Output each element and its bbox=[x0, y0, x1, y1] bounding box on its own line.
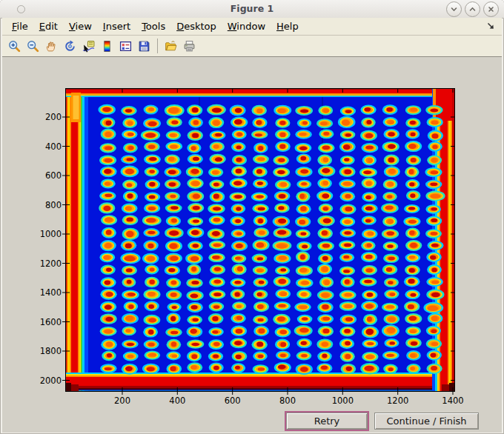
rotate-3d-button[interactable] bbox=[61, 36, 79, 56]
insert-legend-icon bbox=[119, 40, 132, 53]
colorbar-button[interactable] bbox=[98, 36, 116, 56]
x-tick-label: 600 bbox=[207, 395, 259, 406]
x-tick-label: 1400 bbox=[427, 395, 479, 406]
menu-edit[interactable]: Edit bbox=[38, 20, 59, 33]
x-tick-label: 800 bbox=[262, 395, 314, 406]
y-tick-label: 1600 bbox=[10, 317, 62, 327]
zoom-in-button[interactable] bbox=[5, 36, 24, 56]
menu-help[interactable]: Help bbox=[275, 20, 300, 33]
x-tick-label: 200 bbox=[96, 395, 148, 406]
heatmap-image bbox=[65, 88, 455, 392]
y-tick-label: 1200 bbox=[10, 258, 62, 269]
menu-bar: FileEditViewInsertToolsDesktopWindowHelp bbox=[2, 18, 502, 36]
y-tick-label: 1800 bbox=[10, 346, 62, 356]
data-cursor-button[interactable] bbox=[79, 36, 98, 56]
close-button[interactable] bbox=[483, 1, 499, 17]
y-tick-label: 1400 bbox=[10, 287, 62, 298]
close-icon bbox=[486, 4, 496, 14]
open-icon bbox=[165, 40, 177, 53]
menu-file[interactable]: File bbox=[10, 20, 30, 33]
pan-button[interactable] bbox=[42, 36, 61, 56]
y-tick-label: 800 bbox=[10, 200, 62, 210]
pan-icon bbox=[45, 40, 58, 53]
toolbar-separator bbox=[157, 39, 158, 53]
insert-legend-button[interactable] bbox=[116, 36, 135, 56]
menu-desktop[interactable]: Desktop bbox=[175, 20, 218, 33]
zoom-out-icon bbox=[27, 40, 39, 53]
axes-plot bbox=[65, 88, 455, 392]
x-tick-label: 1200 bbox=[372, 395, 424, 406]
save-icon bbox=[138, 40, 150, 53]
save-button[interactable] bbox=[135, 36, 153, 56]
zoom-in-icon bbox=[8, 40, 21, 53]
y-tick-label: 1000 bbox=[10, 229, 62, 239]
chevron-up-icon bbox=[468, 4, 477, 14]
x-tick-label: 1000 bbox=[316, 395, 368, 406]
toolbar bbox=[2, 36, 502, 57]
maximize-button[interactable] bbox=[465, 1, 480, 17]
data-cursor-icon bbox=[82, 40, 95, 53]
menu-insert[interactable]: Insert bbox=[102, 20, 132, 33]
titlebar[interactable]: Figure 1 bbox=[0, 0, 504, 19]
y-tick-label: 2000 bbox=[10, 375, 62, 386]
window-controls bbox=[446, 1, 499, 17]
y-tick-label: 200 bbox=[10, 112, 62, 122]
colorbar-icon bbox=[101, 40, 113, 53]
print-icon bbox=[183, 40, 196, 53]
window-title: Figure 1 bbox=[0, 0, 504, 18]
menu-window[interactable]: Window bbox=[226, 20, 267, 33]
rotate-3d-icon bbox=[64, 40, 76, 53]
print-button[interactable] bbox=[180, 36, 199, 56]
figure-canvas: Retry Continue / Finish 2004006008001000… bbox=[2, 57, 502, 433]
menu-view[interactable]: View bbox=[67, 20, 93, 33]
continue-finish-button[interactable]: Continue / Finish bbox=[374, 413, 479, 430]
zoom-out-button[interactable] bbox=[24, 36, 42, 56]
y-tick-label: 600 bbox=[10, 170, 62, 181]
chevron-down-icon bbox=[449, 4, 459, 14]
x-tick-label: 400 bbox=[151, 395, 203, 406]
y-tick-label: 400 bbox=[10, 141, 62, 152]
figure-frame: FileEditViewInsertToolsDesktopWindowHelp… bbox=[2, 18, 502, 432]
retry-button[interactable]: Retry bbox=[286, 413, 368, 430]
open-button[interactable] bbox=[162, 36, 180, 56]
dock-arrow-icon[interactable] bbox=[486, 21, 495, 30]
figure-window: Figure 1 FileEditViewInsertToolsDesktopW… bbox=[0, 0, 504, 434]
minimize-button[interactable] bbox=[446, 1, 462, 17]
menu-tools[interactable]: Tools bbox=[140, 20, 167, 33]
